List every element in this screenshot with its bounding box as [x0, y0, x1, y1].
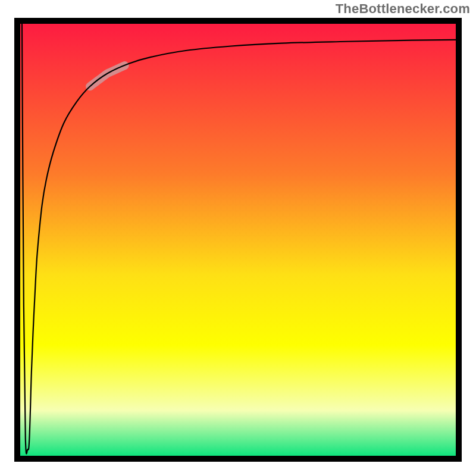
chart-box [14, 18, 462, 462]
attribution-text: TheBottlenecker.com [336, 1, 470, 17]
gradient-background [17, 21, 459, 459]
chart-wrapper: TheBottlenecker.com [0, 0, 476, 476]
bottleneck-chart [14, 18, 462, 462]
